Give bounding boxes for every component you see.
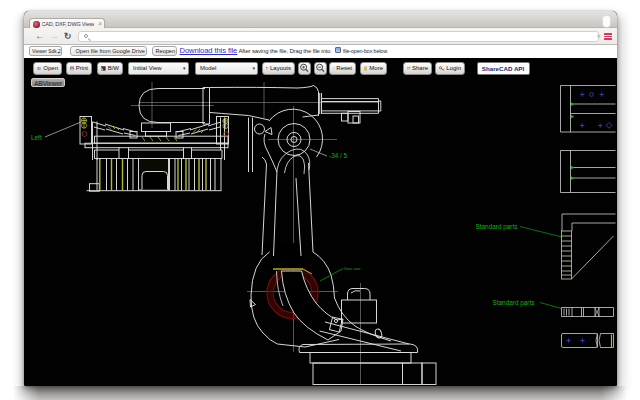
svg-text:Standard parts: Standard parts (493, 299, 535, 307)
svg-text:-34 / 5: -34 / 5 (329, 152, 348, 159)
svg-text:Gear case: Gear case (344, 267, 361, 271)
svg-text:Left: Left (31, 134, 42, 141)
svg-text:Standard parts: Standard parts (476, 223, 518, 231)
